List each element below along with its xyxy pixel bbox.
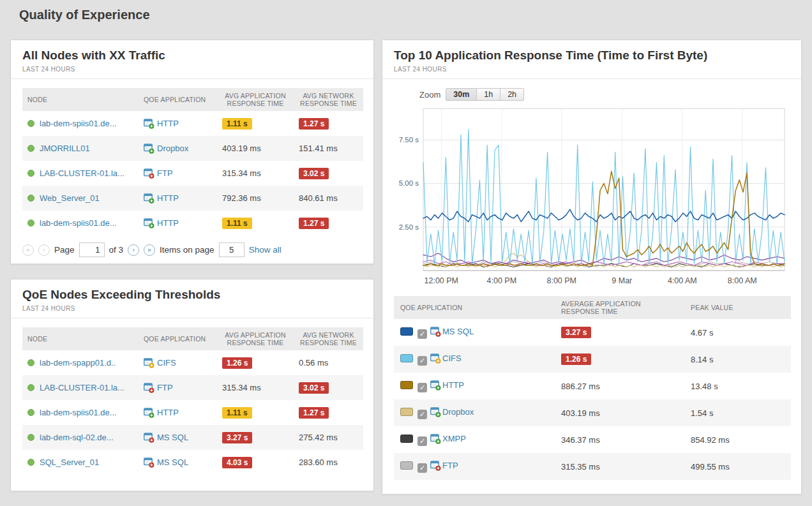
app-link[interactable]: Dropbox — [442, 407, 474, 417]
app-link[interactable]: XMPP — [442, 434, 466, 443]
panel-title: Top 10 Application Response Time (Time t… — [394, 48, 790, 63]
node-link[interactable]: lab-dem-spiis01.de... — [40, 119, 117, 128]
first-page-button[interactable]: « — [22, 244, 34, 256]
panel-subtitle: LAST 24 HOURS — [22, 66, 362, 73]
qoe-app-icon — [144, 168, 154, 179]
response-time-chart[interactable]: 12:00 PM4:00 PM8:00 PM9 Mar4:00 AM8:00 A… — [391, 103, 793, 292]
legend-row: ✓ FTP315.35 ms499.55 ms — [394, 453, 791, 480]
qoe-app-icon — [430, 380, 441, 391]
app-link[interactable]: HTTP — [157, 193, 179, 203]
node-status-dot — [27, 384, 34, 391]
show-all-link[interactable]: Show all — [249, 245, 282, 255]
avg-network-response-time: 283.60 ms — [299, 458, 338, 467]
avg-network-response-time-badge: 1.27 s — [299, 407, 329, 419]
x-tick-label: 8:00 PM — [546, 276, 576, 285]
series-checkbox[interactable]: ✓ — [417, 463, 427, 473]
col-avg-app-response: AVG APPLICATION RESPONSE TIME — [217, 327, 294, 350]
node-link[interactable]: Web_Server_01 — [40, 193, 100, 203]
legend-row: ✓ CIFS1.26 s8.14 s — [394, 346, 791, 373]
next-page-button[interactable]: › — [128, 244, 139, 256]
col-avg-app-response: AVG APPLICATION RESPONSE TIME — [217, 88, 294, 111]
app-link[interactable]: CIFS — [157, 358, 176, 368]
avg-application-response-time-badge: 4.03 s — [222, 457, 252, 468]
series-checkbox[interactable]: ✓ — [417, 356, 427, 366]
avg-application-response-time-badge: 1.11 s — [222, 118, 252, 130]
series-color-swatch — [400, 408, 413, 416]
series-color-swatch — [400, 327, 413, 336]
zoom-30m-button[interactable]: 30m — [446, 88, 477, 101]
node-link[interactable]: lab-dem-sql-02.de... — [40, 433, 114, 442]
pagination: « ‹ Page of 3 › » Items on page Show all — [22, 242, 362, 257]
average-application-response-time: 346.37 ms — [561, 435, 600, 445]
qoe-app-icon — [144, 218, 154, 228]
panel-top10-response-time: Top 10 Application Response Time (Time t… — [382, 40, 802, 495]
app-link[interactable]: MS SQL — [157, 433, 188, 442]
table-row: lab-dem-sql-02.de... MS SQL3.27 s275.42 … — [22, 425, 363, 450]
qoe-app-icon — [144, 193, 154, 204]
all-nodes-table: NODE QOE APPLICATION AVG APPLICATION RES… — [22, 88, 363, 235]
avg-network-response-time-badge: 1.27 s — [299, 118, 329, 130]
app-link[interactable]: FTP — [157, 383, 173, 392]
zoom-label: Zoom — [419, 90, 440, 100]
app-link[interactable]: HTTP — [157, 119, 179, 128]
items-per-page-input[interactable] — [219, 242, 244, 257]
app-link[interactable]: HTTP — [442, 380, 464, 390]
node-link[interactable]: SQL_Server_01 — [40, 458, 99, 467]
table-row: LAB-CLUSTER-01.la... FTP315.34 ms3.02 s — [22, 161, 363, 186]
exceeding-table: NODE QOE APPLICATION AVG APPLICATION RES… — [22, 327, 363, 475]
qoe-app-icon — [144, 408, 154, 418]
average-application-response-time: 403.19 ms — [561, 408, 600, 418]
last-page-button[interactable]: » — [144, 244, 155, 256]
node-status-dot — [27, 409, 34, 416]
col-avg-net-response: AVG NETWORK RESPONSE TIME — [294, 88, 363, 111]
app-link[interactable]: Dropbox — [157, 144, 188, 153]
app-link[interactable]: MS SQL — [442, 327, 474, 336]
node-status-dot — [27, 459, 34, 466]
app-link[interactable]: MS SQL — [157, 458, 188, 467]
col-avg-net-response: AVG NETWORK RESPONSE TIME — [294, 327, 363, 350]
panel-header: All Nodes with XX Traffic LAST 24 HOURS — [11, 40, 373, 79]
qoe-app-icon — [144, 433, 154, 443]
series-checkbox[interactable]: ✓ — [417, 436, 427, 446]
panel-all-nodes: All Nodes with XX Traffic LAST 24 HOURS … — [10, 40, 374, 264]
node-link[interactable]: JMORRILL01 — [40, 144, 90, 153]
zoom-2h-button[interactable]: 2h — [500, 88, 524, 101]
panel-qoe-exceeding-thresholds: QoE Nodes Exceeding Thresholds LAST 24 H… — [10, 279, 374, 491]
avg-application-response-time-badge: 1.26 s — [222, 357, 252, 369]
app-link[interactable]: CIFS — [442, 353, 462, 363]
series-checkbox[interactable]: ✓ — [417, 329, 427, 339]
node-link[interactable]: LAB-CLUSTER-01.la... — [40, 383, 124, 392]
avg-network-response-time: 0.56 ms — [299, 358, 328, 368]
app-link[interactable]: FTP — [442, 461, 458, 470]
app-link[interactable]: HTTP — [157, 218, 179, 228]
avg-application-response-time-badge: 1.11 s — [222, 407, 252, 419]
series-color-swatch — [400, 435, 413, 443]
table-header-row: QOE APPLICATION AVERAGE APPLICATION RESP… — [394, 296, 791, 319]
col-node: NODE — [22, 327, 139, 350]
avg-network-response-time: 151.41 ms — [299, 144, 338, 153]
peak-value: 499.55 ms — [691, 462, 730, 472]
panel-title: All Nodes with XX Traffic — [22, 48, 362, 63]
node-link[interactable]: lab-dem-spapp01.d.. — [40, 358, 116, 368]
series-checkbox[interactable]: ✓ — [417, 410, 427, 419]
x-tick-label: 9 Mar — [612, 276, 632, 285]
node-link[interactable]: lab-dem-spiis01.de... — [40, 408, 117, 417]
qoe-app-icon — [144, 358, 154, 368]
legend-row: ✓ MS SQL3.27 s4.67 s — [394, 319, 791, 346]
node-link[interactable]: LAB-CLUSTER-01.la... — [40, 168, 124, 178]
series-color-swatch — [400, 354, 413, 362]
qoe-app-icon — [430, 327, 441, 337]
prev-page-button[interactable]: ‹ — [38, 244, 50, 256]
table-row: lab-dem-spiis01.de... HTTP1.11 s1.27 s — [22, 400, 363, 425]
peak-value: 8.14 s — [691, 355, 713, 364]
app-link[interactable]: HTTP — [157, 408, 179, 417]
node-link[interactable]: lab-dem-spiis01.de... — [40, 218, 117, 228]
node-status-dot — [27, 195, 34, 202]
page-number-input[interactable] — [79, 242, 105, 257]
panel-title: QoE Nodes Exceeding Thresholds — [22, 288, 362, 302]
table-row: Web_Server_01 HTTP792.36 ms840.61 ms — [22, 186, 363, 211]
app-link[interactable]: FTP — [157, 168, 173, 178]
zoom-1h-button[interactable]: 1h — [477, 88, 500, 101]
series-checkbox[interactable]: ✓ — [417, 383, 427, 392]
peak-value: 4.67 s — [691, 328, 713, 338]
